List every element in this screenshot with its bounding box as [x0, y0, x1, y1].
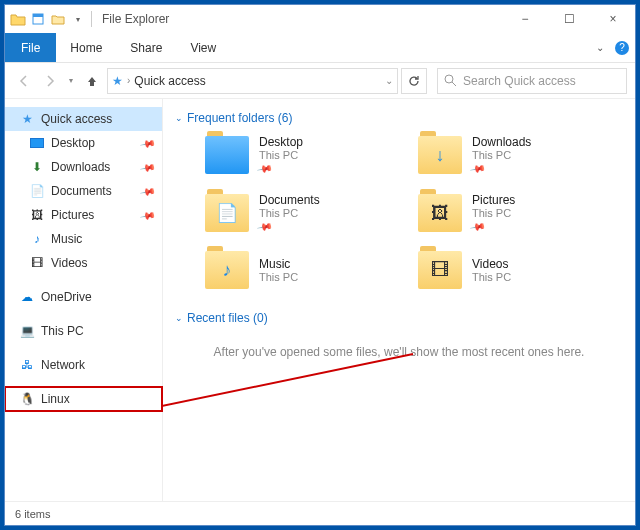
- sidebar-item-videos[interactable]: 🎞 Videos: [5, 251, 162, 275]
- star-icon: ★: [19, 111, 35, 127]
- help-icon: ?: [615, 41, 629, 55]
- back-button[interactable]: [13, 70, 35, 92]
- tux-icon: 🐧: [19, 391, 35, 407]
- recent-files-header[interactable]: ⌄ Recent files (0): [175, 311, 623, 325]
- sidebar-item-music[interactable]: ♪ Music: [5, 227, 162, 251]
- folder-desktop[interactable]: Desktop This PC 📌: [205, 135, 410, 175]
- sidebar-label: Quick access: [41, 112, 112, 126]
- qat-dropdown-icon[interactable]: ▾: [69, 10, 87, 28]
- sidebar-item-label: Downloads: [51, 160, 110, 174]
- content-pane: ⌄ Frequent folders (6) Desktop This PC 📌…: [163, 99, 635, 501]
- pin-icon: 📌: [140, 159, 156, 175]
- ribbon-expand-icon[interactable]: ⌄: [591, 33, 609, 62]
- folder-icon: 🖼: [418, 194, 462, 232]
- file-tab[interactable]: File: [5, 33, 56, 62]
- tab-share[interactable]: Share: [116, 33, 176, 62]
- titlebar: ▾ File Explorer − ☐ ×: [5, 5, 635, 33]
- pin-icon: 📌: [257, 161, 273, 177]
- downloads-icon: ⬇: [29, 159, 45, 175]
- music-icon: ♪: [29, 231, 45, 247]
- address-dropdown-icon[interactable]: ⌄: [385, 75, 393, 86]
- help-button[interactable]: ?: [609, 33, 635, 62]
- properties-icon[interactable]: [29, 10, 47, 28]
- sidebar-item-downloads[interactable]: ⬇ Downloads 📌: [5, 155, 162, 179]
- status-bar: 6 items: [5, 501, 635, 525]
- onedrive-icon: ☁: [19, 289, 35, 305]
- minimize-button[interactable]: −: [503, 5, 547, 33]
- ribbon: File Home Share View ⌄ ?: [5, 33, 635, 63]
- search-icon: [444, 74, 457, 87]
- tab-view[interactable]: View: [176, 33, 230, 62]
- sidebar-this-pc[interactable]: 💻 This PC: [5, 319, 162, 343]
- sidebar-item-label: Documents: [51, 184, 112, 198]
- pin-icon: 📌: [140, 135, 156, 151]
- search-box[interactable]: Search Quick access: [437, 68, 627, 94]
- sidebar-label: Network: [41, 358, 85, 372]
- recent-empty-message: After you've opened some files, we'll sh…: [175, 337, 623, 367]
- navigation-bar: ▾ ★ › Quick access ⌄ Search Quick access: [5, 63, 635, 99]
- svg-point-2: [445, 75, 453, 83]
- pc-icon: 💻: [19, 323, 35, 339]
- svg-line-3: [452, 82, 456, 86]
- new-folder-icon[interactable]: [49, 10, 67, 28]
- pin-icon: 📌: [140, 207, 156, 223]
- sidebar-item-label: Desktop: [51, 136, 95, 150]
- history-dropdown[interactable]: ▾: [65, 70, 77, 92]
- tab-home[interactable]: Home: [56, 33, 116, 62]
- titlebar-divider: [91, 11, 92, 27]
- sidebar-quick-access[interactable]: ★ Quick access: [5, 107, 162, 131]
- search-placeholder: Search Quick access: [463, 74, 576, 88]
- sidebar-item-label: Pictures: [51, 208, 94, 222]
- quick-access-star-icon: ★: [112, 74, 123, 88]
- arrow-up-icon: [85, 74, 99, 88]
- folder-icon: ♪: [205, 251, 249, 289]
- folder-icon: ↓: [418, 136, 462, 174]
- pin-icon: 📌: [470, 219, 486, 235]
- arrow-right-icon: [43, 74, 57, 88]
- refresh-button[interactable]: [401, 68, 427, 94]
- pin-icon: 📌: [470, 161, 486, 177]
- breadcrumb-separator-icon: ›: [127, 75, 130, 86]
- address-bar[interactable]: ★ › Quick access ⌄: [107, 68, 398, 94]
- documents-icon: 📄: [29, 183, 45, 199]
- folder-documents[interactable]: 📄 Documents This PC 📌: [205, 193, 410, 233]
- videos-icon: 🎞: [29, 255, 45, 271]
- navigation-pane: ★ Quick access Desktop 📌 ⬇ Downloads 📌 📄…: [5, 99, 163, 501]
- sidebar-item-pictures[interactable]: 🖼 Pictures 📌: [5, 203, 162, 227]
- chevron-down-icon: ⌄: [175, 313, 183, 323]
- sidebar-item-desktop[interactable]: Desktop 📌: [5, 131, 162, 155]
- folder-icon: 🎞: [418, 251, 462, 289]
- pictures-icon: 🖼: [29, 207, 45, 223]
- folder-icon: [205, 136, 249, 174]
- frequent-folders-header[interactable]: ⌄ Frequent folders (6): [175, 111, 623, 125]
- sidebar-onedrive[interactable]: ☁ OneDrive: [5, 285, 162, 309]
- file-explorer-window: ▾ File Explorer − ☐ × File Home Share Vi…: [4, 4, 636, 526]
- sidebar-label: Linux: [41, 392, 70, 406]
- network-icon: 🖧: [19, 357, 35, 373]
- svg-rect-1: [33, 14, 43, 17]
- breadcrumb-current[interactable]: Quick access: [134, 74, 205, 88]
- quick-access-toolbar: ▾: [9, 10, 87, 28]
- sidebar-network[interactable]: 🖧 Network: [5, 353, 162, 377]
- folder-grid: Desktop This PC 📌 ↓ Downloads This PC 📌 …: [205, 135, 623, 289]
- up-button[interactable]: [81, 70, 103, 92]
- pin-icon: 📌: [257, 219, 273, 235]
- sidebar-item-label: Music: [51, 232, 82, 246]
- forward-button[interactable]: [39, 70, 61, 92]
- sidebar-linux[interactable]: 🐧 Linux: [5, 387, 162, 411]
- desktop-icon: [29, 135, 45, 151]
- folder-downloads[interactable]: ↓ Downloads This PC 📌: [418, 135, 623, 175]
- pin-icon: 📌: [140, 183, 156, 199]
- sidebar-label: This PC: [41, 324, 84, 338]
- status-item-count: 6 items: [15, 508, 50, 520]
- folder-music[interactable]: ♪ Music This PC: [205, 251, 410, 289]
- refresh-icon: [407, 74, 421, 88]
- folder-icon: 📄: [205, 194, 249, 232]
- close-button[interactable]: ×: [591, 5, 635, 33]
- arrow-left-icon: [17, 74, 31, 88]
- maximize-button[interactable]: ☐: [547, 5, 591, 33]
- sidebar-item-documents[interactable]: 📄 Documents 📌: [5, 179, 162, 203]
- sidebar-label: OneDrive: [41, 290, 92, 304]
- folder-pictures[interactable]: 🖼 Pictures This PC 📌: [418, 193, 623, 233]
- folder-videos[interactable]: 🎞 Videos This PC: [418, 251, 623, 289]
